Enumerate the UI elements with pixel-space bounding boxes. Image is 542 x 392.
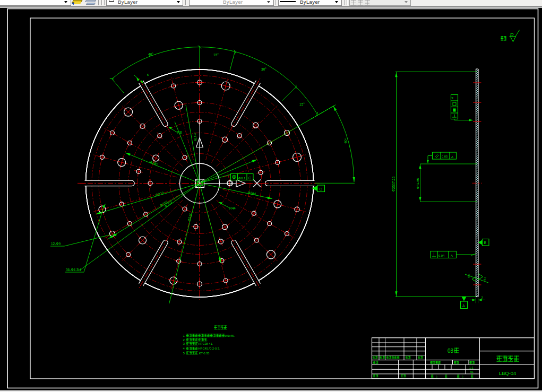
svg-text:B: B bbox=[484, 241, 487, 245]
svg-text:A: A bbox=[451, 97, 454, 99]
svg-text:C: C bbox=[248, 176, 251, 180]
svg-text:30°: 30° bbox=[261, 67, 266, 71]
svg-text:25: 25 bbox=[510, 32, 514, 36]
svg-text:2.: 2. bbox=[183, 338, 186, 342]
svg-text:15°: 15° bbox=[299, 102, 305, 106]
svg-text:A: A bbox=[462, 304, 465, 308]
svg-text:01: 01 bbox=[470, 370, 474, 373]
svg-text:40°: 40° bbox=[148, 53, 153, 56]
svg-text:5: 5 bbox=[147, 73, 149, 76]
svg-text:R8: R8 bbox=[177, 130, 182, 134]
svg-text:C: C bbox=[320, 187, 322, 191]
svg-text:Φ2507.25: Φ2507.25 bbox=[392, 176, 395, 191]
svg-text:HRC38-41.: HRC38-41. bbox=[198, 342, 213, 345]
svg-text:0.05: 0.05 bbox=[442, 155, 448, 158]
svg-text:0.5x45.: 0.5x45. bbox=[225, 334, 235, 337]
svg-text:LBQ-04: LBQ-04 bbox=[499, 370, 517, 376]
svg-text:15°: 15° bbox=[213, 53, 219, 57]
svg-text:4.: 4. bbox=[183, 347, 186, 350]
svg-text:HRC45,*0.2-0.3.: HRC45,*0.2-0.3. bbox=[198, 347, 220, 350]
svg-text:5.: 5. bbox=[183, 352, 186, 355]
svg-text:.KT-0.35.: .KT-0.35. bbox=[198, 352, 210, 355]
svg-text:0.04: 0.04 bbox=[438, 254, 445, 257]
svg-text:08: 08 bbox=[448, 348, 454, 354]
svg-text:2: 2 bbox=[481, 296, 484, 300]
svg-text:R44: R44 bbox=[229, 206, 236, 210]
svg-text:1:1: 1:1 bbox=[469, 366, 474, 369]
svg-text:1.: 1. bbox=[183, 334, 186, 337]
svg-text:Φ41.85: Φ41.85 bbox=[416, 178, 419, 189]
svg-text:36-Φ4.3H: 36-Φ4.3H bbox=[66, 268, 81, 272]
svg-text:3.: 3. bbox=[183, 342, 186, 345]
svg-text:12-Φ9: 12-Φ9 bbox=[51, 242, 61, 246]
svg-text:Φ0.1: Φ0.1 bbox=[238, 176, 246, 180]
